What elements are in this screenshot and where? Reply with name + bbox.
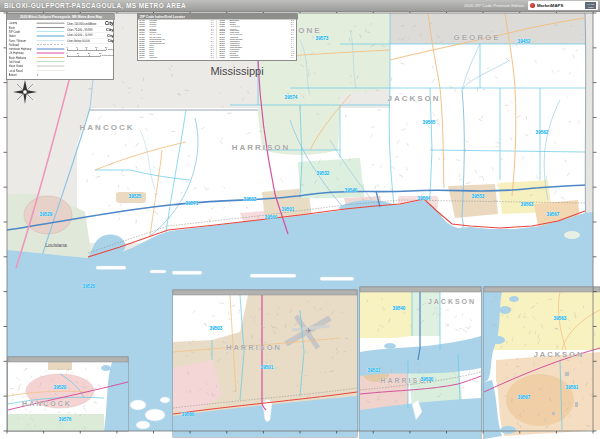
logo-brand: MarketMAPS	[537, 3, 583, 8]
zip-index-row: 39581PascagoulaF-4	[219, 57, 296, 59]
legend-item: Airport✈	[9, 73, 65, 77]
zip-index-table: 39452LucedaleF-139501GulfportC-439502Gul…	[138, 19, 298, 59]
scale-bar: 0102030Kilometers	[67, 51, 114, 58]
alabama-region	[585, 13, 593, 245]
zip-index-box: ZIP Code Index/Grid Locator 39452Lucedal…	[137, 13, 297, 61]
edition-label: 2020 ZIP Code Premium Edition	[464, 0, 524, 11]
zip-39529-area	[24, 196, 72, 234]
inset-pascagoula	[484, 287, 600, 439]
legend-box: 2020 Biloxi-Gulfport-Pascagoula, MS Metr…	[6, 13, 114, 80]
title-bar: BILOXI-GULFPORT-PASCAGOULA, MS METRO ARE…	[0, 0, 600, 12]
inset-gulfport	[173, 290, 357, 437]
outside-north-region	[390, 13, 585, 44]
publisher-logo: MarketMAPS MAPS.COM	[528, 1, 598, 10]
scale-bar: 05101520Miles	[67, 44, 114, 51]
zip-index-row: 39540DibervilleD-3	[139, 57, 216, 59]
logo-icon	[530, 3, 535, 8]
inset-biloxi	[360, 287, 481, 439]
zip-39525-area	[116, 192, 146, 203]
page-title: BILOXI-GULFPORT-PASCAGOULA, MS METRO ARE…	[4, 0, 186, 11]
airport-legend-icon: ✈	[37, 73, 65, 76]
legend-city-classes: Cities 100,000 and AboveCityCities 75,00…	[66, 20, 115, 77]
map-poster: ✈ MississippiLouisianaHANCOCKHARRISONJAC…	[0, 0, 600, 439]
logo-panel: MAPS.COM	[585, 2, 596, 9]
inset-hancock	[8, 357, 128, 431]
legend-items: CountyStateZIP CodeWaterRiver / StreamRa…	[7, 20, 66, 77]
